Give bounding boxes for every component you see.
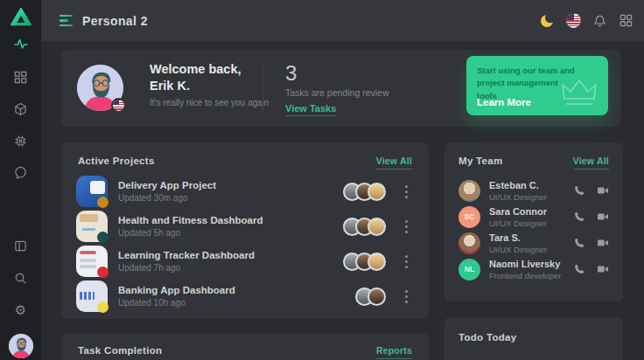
project-members-avatars	[343, 218, 386, 236]
project-menu-icon[interactable]	[398, 287, 414, 305]
project-menu-icon[interactable]	[398, 218, 414, 235]
member-name: Tara S.	[489, 232, 573, 243]
video-call-icon[interactable]	[597, 263, 609, 275]
project-members-avatars	[343, 253, 386, 271]
member-role: UI/UX Designer	[489, 192, 573, 202]
project-row[interactable]: Delivery App Project Updated 30m ago	[61, 174, 429, 209]
active-projects-title: Active Projects	[78, 156, 155, 166]
call-phone-icon[interactable]	[573, 184, 585, 197]
project-thumbnail	[76, 280, 108, 312]
project-row[interactable]: Banking App Dashboard Updated 10h ago	[61, 279, 429, 314]
layout-columns-icon[interactable]	[0, 239, 41, 253]
project-members-avatars	[343, 183, 386, 201]
user-avatar	[77, 65, 123, 111]
call-phone-icon[interactable]	[573, 263, 585, 275]
todo-today-card: Todo Today	[444, 317, 623, 360]
project-updated: Updated 7h ago	[118, 263, 343, 273]
team-member-row[interactable]: SC Sara Connor UI/UX Designer	[444, 204, 623, 230]
apps-grid-icon[interactable]	[618, 13, 634, 29]
project-updated: Updated 5h ago	[118, 228, 343, 238]
member-role: UI/UX Designer	[489, 245, 573, 254]
my-team-title: My Team	[458, 156, 502, 166]
member-role: Frontend developer	[489, 271, 573, 280]
task-completion-card: Task Completion Reports	[61, 333, 429, 360]
chip-icon[interactable]	[0, 134, 41, 148]
language-flag-icon[interactable]	[565, 13, 581, 29]
projects-view-all-link[interactable]: View All	[376, 156, 412, 170]
project-menu-icon[interactable]	[398, 253, 414, 270]
dark-mode-moon-icon[interactable]	[539, 13, 555, 29]
crown-icon	[559, 76, 599, 109]
package-cube-icon[interactable]	[0, 102, 41, 116]
dashboard-grid-icon[interactable]	[0, 70, 41, 84]
app-logo-icon[interactable]	[0, 5, 41, 28]
project-row[interactable]: Learning Tracker Dashboard Updated 7h ag…	[61, 244, 429, 279]
reports-link[interactable]: Reports	[376, 345, 412, 359]
video-call-icon[interactable]	[597, 211, 609, 223]
member-avatar	[458, 180, 480, 202]
divider	[262, 64, 263, 113]
project-name: Banking App Dashboard	[118, 285, 355, 295]
project-members-avatars	[355, 287, 386, 306]
avatar	[368, 183, 386, 201]
todo-today-title: Todo Today	[458, 332, 516, 343]
notifications-bell-icon[interactable]	[592, 13, 607, 29]
pending-tasks-label: Tasks are pending review	[285, 87, 388, 98]
my-team-card: My Team View All Esteban C. UI/UX Design…	[444, 142, 623, 301]
top-header: Personal 2	[41, 0, 644, 41]
project-updated: Updated 10h ago	[118, 298, 355, 308]
settings-gear-icon[interactable]: ⚙	[0, 302, 41, 318]
sidebar: ⚙	[0, 0, 41, 360]
project-thumbnail	[76, 246, 108, 277]
search-icon[interactable]	[0, 271, 41, 285]
us-flag-badge-icon	[111, 98, 126, 113]
welcome-subtitle: It's really nice to see you again	[150, 98, 269, 107]
active-projects-card: Active Projects View All Delivery App Pr…	[61, 142, 429, 319]
call-phone-icon[interactable]	[573, 211, 585, 223]
page-title: Personal 2	[82, 14, 148, 28]
member-avatar	[458, 232, 480, 254]
project-name: Delivery App Project	[118, 180, 343, 190]
avatar	[368, 253, 386, 271]
welcome-banner: Welcome back, Erik K. It's really nice t…	[61, 50, 621, 127]
avatar	[368, 218, 386, 236]
team-member-row[interactable]: NL Naomi Liversky Frontend developer	[444, 256, 623, 282]
project-thumbnail	[76, 176, 108, 207]
avatar	[368, 287, 386, 306]
member-name: Sara Connor	[489, 206, 573, 217]
menu-toggle-icon[interactable]	[60, 15, 74, 26]
project-name: Health and Fitness Dashboard	[118, 215, 343, 225]
learn-more-button[interactable]: Learn More	[477, 97, 531, 107]
project-thumbnail	[76, 211, 108, 242]
team-member-row[interactable]: Tara S. UI/UX Designer	[444, 230, 623, 256]
video-call-icon[interactable]	[597, 237, 609, 249]
welcome-greeting: Welcome back, Erik K.	[150, 61, 269, 94]
member-avatar: SC	[458, 206, 480, 228]
promo-card[interactable]: Start using our team and project managem…	[466, 56, 608, 115]
team-member-row[interactable]: Esteban C. UI/UX Designer	[444, 177, 623, 204]
project-row[interactable]: Health and Fitness Dashboard Updated 5h …	[61, 209, 429, 244]
project-menu-icon[interactable]	[398, 183, 414, 200]
task-completion-title: Task Completion	[78, 345, 162, 356]
project-name: Learning Tracker Dashboard	[118, 250, 343, 260]
member-role: UI/UX Designer	[489, 218, 573, 228]
call-phone-icon[interactable]	[573, 237, 585, 249]
activity-icon[interactable]	[0, 37, 41, 51]
chat-bubble-icon[interactable]	[0, 165, 41, 179]
member-avatar: NL	[458, 259, 480, 280]
project-updated: Updated 30m ago	[118, 193, 343, 203]
pending-tasks-count: 3	[285, 63, 388, 84]
team-view-all-link[interactable]: View All	[573, 156, 609, 170]
video-call-icon[interactable]	[597, 184, 609, 197]
view-tasks-link[interactable]: View Tasks	[285, 103, 336, 116]
member-name: Naomi Liversky	[489, 259, 573, 269]
member-name: Esteban C.	[489, 180, 573, 190]
sidebar-user-avatar[interactable]	[0, 334, 41, 358]
